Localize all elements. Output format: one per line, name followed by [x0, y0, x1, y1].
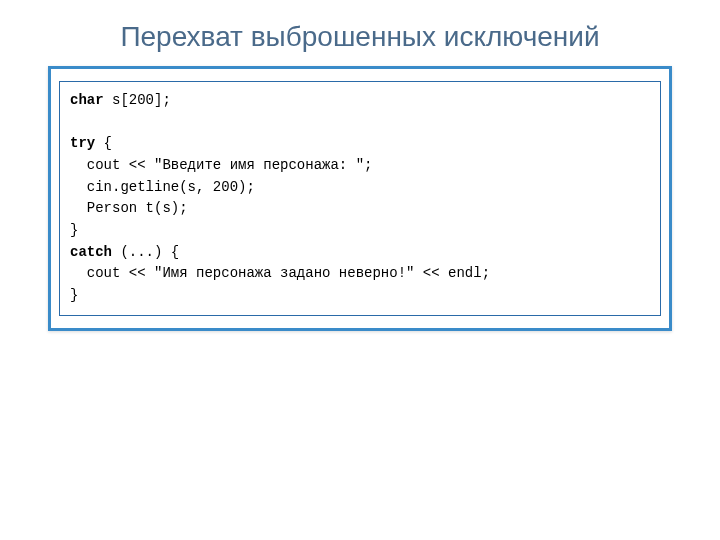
keyword-catch: catch — [70, 244, 112, 260]
code-text: { — [95, 135, 112, 151]
code-line: Person t(s); — [70, 198, 650, 220]
code-line-blank — [70, 111, 650, 133]
code-line: } — [70, 285, 650, 307]
slide-title: Перехват выброшенных исключений — [54, 18, 666, 56]
code-text: (...) { — [112, 244, 179, 260]
code-line: } — [70, 220, 650, 242]
code-line: cout << "Введите имя персонажа: "; — [70, 155, 650, 177]
code-line: char s[200]; — [70, 90, 650, 112]
code-line: catch (...) { — [70, 242, 650, 264]
slide: Перехват выброшенных исключений char s[2… — [0, 0, 720, 540]
code-line: cout << "Имя персонажа задано неверно!" … — [70, 263, 650, 285]
code-line: try { — [70, 133, 650, 155]
keyword-char: char — [70, 92, 104, 108]
code-text: s[200]; — [104, 92, 171, 108]
code-line: cin.getline(s, 200); — [70, 177, 650, 199]
code-block: char s[200]; try { cout << "Введите имя … — [59, 81, 661, 316]
keyword-try: try — [70, 135, 95, 151]
code-outer-frame: char s[200]; try { cout << "Введите имя … — [48, 66, 672, 331]
